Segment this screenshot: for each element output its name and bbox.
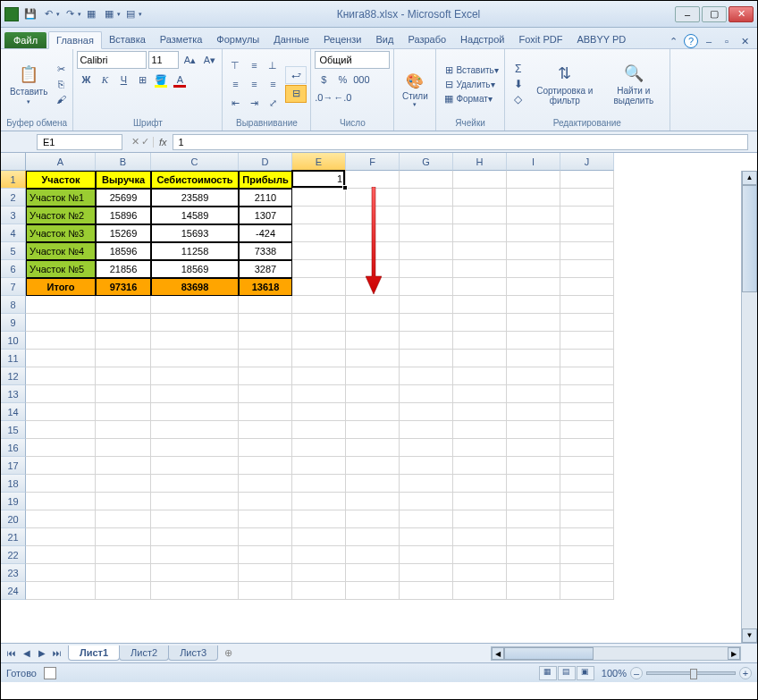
cell[interactable]: [292, 403, 346, 421]
page-layout-view-icon[interactable]: ▤: [558, 666, 576, 680]
column-header[interactable]: A: [26, 153, 96, 171]
cell[interactable]: [26, 546, 96, 564]
cell[interactable]: [453, 189, 507, 207]
cell[interactable]: [560, 207, 614, 224]
align-right-icon[interactable]: ≡: [264, 75, 282, 93]
cell[interactable]: Участок №1: [26, 189, 96, 207]
cell[interactable]: [560, 421, 614, 439]
cell[interactable]: 14589: [151, 207, 239, 224]
increase-decimal-icon[interactable]: .0→: [315, 89, 333, 106]
cell[interactable]: [507, 189, 560, 207]
cell[interactable]: [26, 314, 96, 332]
cell[interactable]: [560, 564, 614, 582]
cell[interactable]: [26, 350, 96, 367]
maximize-button[interactable]: ▢: [702, 6, 727, 22]
cell[interactable]: [560, 493, 614, 510]
cell[interactable]: [400, 207, 453, 224]
cell[interactable]: [507, 207, 560, 224]
cell[interactable]: [96, 332, 151, 350]
italic-button[interactable]: К: [96, 71, 114, 89]
column-header[interactable]: B: [96, 153, 151, 171]
cell[interactable]: [239, 403, 292, 421]
cell[interactable]: [151, 332, 239, 350]
ribbon-tab-6[interactable]: Вид: [369, 31, 401, 48]
cell[interactable]: [560, 385, 614, 403]
cell[interactable]: [400, 475, 453, 493]
row-header[interactable]: 4: [1, 224, 26, 242]
zoom-out-icon[interactable]: –: [630, 667, 643, 679]
row-header[interactable]: 22: [1, 546, 26, 564]
cell[interactable]: [26, 582, 96, 600]
cell[interactable]: [239, 314, 292, 332]
cell[interactable]: [239, 528, 292, 546]
cell[interactable]: [151, 439, 239, 457]
cell[interactable]: [96, 546, 151, 564]
cell[interactable]: [96, 385, 151, 403]
cell[interactable]: [507, 242, 560, 260]
row-header[interactable]: 5: [1, 242, 26, 260]
ribbon-tab-7[interactable]: Разрабо: [400, 31, 453, 48]
macro-record-icon[interactable]: [44, 667, 56, 679]
cell[interactable]: [346, 367, 400, 385]
cell[interactable]: [560, 367, 614, 385]
cell[interactable]: [507, 421, 560, 439]
cell[interactable]: [96, 582, 151, 600]
cell[interactable]: [400, 367, 453, 385]
font-color-icon[interactable]: A: [171, 71, 189, 89]
cell[interactable]: [453, 367, 507, 385]
scroll-left-icon[interactable]: ◀: [492, 647, 504, 660]
cell[interactable]: [453, 510, 507, 528]
decrease-indent-icon[interactable]: ⇤: [226, 94, 244, 112]
cell[interactable]: 1: [292, 171, 346, 189]
cell[interactable]: [151, 510, 239, 528]
close-button[interactable]: ✕: [729, 6, 754, 22]
cell[interactable]: [151, 350, 239, 367]
cell[interactable]: [507, 385, 560, 403]
cell[interactable]: [239, 350, 292, 367]
cell[interactable]: [346, 510, 400, 528]
cell[interactable]: [400, 439, 453, 457]
insert-cells-button[interactable]: ⊞Вставить ▾: [440, 63, 500, 77]
cell[interactable]: 18569: [151, 260, 239, 278]
new-sheet-icon[interactable]: ⊕: [217, 645, 240, 661]
cell[interactable]: [400, 242, 453, 260]
cell[interactable]: [400, 224, 453, 242]
cell[interactable]: [507, 493, 560, 510]
row-header[interactable]: 18: [1, 475, 26, 493]
cell[interactable]: [292, 350, 346, 367]
cell[interactable]: [292, 421, 346, 439]
cell[interactable]: [96, 421, 151, 439]
cell[interactable]: [239, 546, 292, 564]
enter-formula-icon[interactable]: ✓: [141, 136, 149, 148]
cell[interactable]: Себистоимость: [151, 171, 239, 189]
cell[interactable]: [239, 493, 292, 510]
cell[interactable]: [507, 528, 560, 546]
cell[interactable]: [400, 528, 453, 546]
border-icon[interactable]: ⊞: [133, 71, 151, 89]
clear-icon[interactable]: ◇: [510, 92, 526, 106]
ribbon-tab-1[interactable]: Вставка: [102, 31, 153, 48]
autosum-icon[interactable]: Σ: [510, 62, 526, 76]
cell[interactable]: [151, 564, 239, 582]
cell[interactable]: [26, 564, 96, 582]
column-header[interactable]: E: [292, 153, 346, 171]
cell[interactable]: [239, 296, 292, 314]
cell[interactable]: [453, 278, 507, 296]
cell[interactable]: [239, 421, 292, 439]
row-header[interactable]: 9: [1, 314, 26, 332]
cell[interactable]: Выручка: [96, 171, 151, 189]
cell[interactable]: 15896: [96, 207, 151, 224]
cell[interactable]: [292, 278, 346, 296]
cell[interactable]: [26, 385, 96, 403]
cell[interactable]: [560, 457, 614, 475]
cell[interactable]: [292, 385, 346, 403]
cell[interactable]: [453, 207, 507, 224]
qat-icon[interactable]: ▦: [83, 6, 99, 22]
cell[interactable]: [292, 439, 346, 457]
bold-button[interactable]: Ж: [77, 71, 95, 89]
cell[interactable]: [292, 242, 346, 260]
fill-color-icon[interactable]: 🪣: [152, 71, 170, 89]
cell[interactable]: [292, 528, 346, 546]
sheet-tab[interactable]: Лист3: [168, 645, 218, 661]
scroll-thumb[interactable]: [504, 647, 594, 660]
